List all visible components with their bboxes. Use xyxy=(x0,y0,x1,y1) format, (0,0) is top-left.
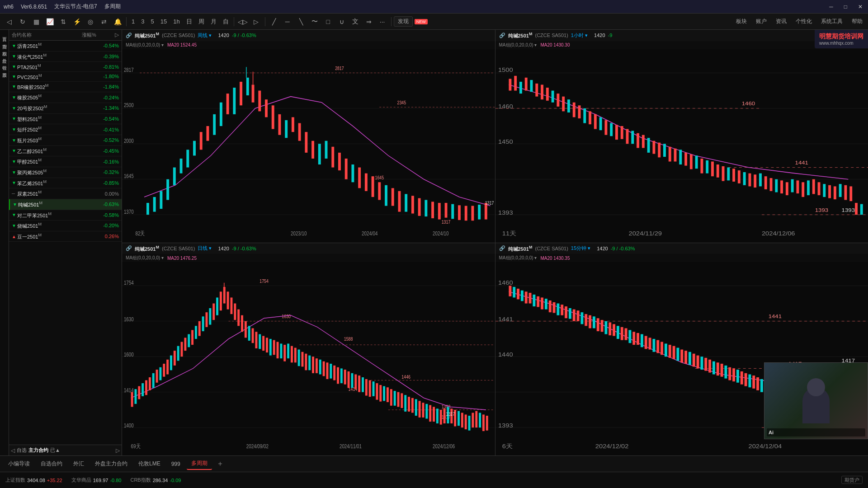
month-btn[interactable]: 月 xyxy=(208,17,219,27)
num1-btn[interactable]: 1 xyxy=(129,17,137,26)
list-item[interactable]: ▼ 塑料2501M -0.54% xyxy=(9,114,122,125)
list-item[interactable]: ▼ 聚丙烯2505M -0.32% xyxy=(9,167,122,178)
prev-btn[interactable]: ◁▷ xyxy=(236,15,249,28)
side-stock[interactable]: 股票 xyxy=(0,66,9,73)
list-item-active[interactable]: ▼ 纯碱2501M -0.63% xyxy=(9,199,122,210)
trade-btn[interactable]: ⇅ xyxy=(57,15,70,28)
chart-exchange: (CZCE SA501) xyxy=(535,33,568,38)
board-btn[interactable]: 板块 xyxy=(733,17,750,26)
back-btn[interactable]: ◁ xyxy=(3,15,15,28)
discover-btn[interactable]: 发现 xyxy=(394,16,413,27)
tab-zixuanheyue[interactable]: 自选合约 xyxy=(36,458,67,469)
list-item[interactable]: ▼ 对二甲苯2501M -0.58% xyxy=(9,210,122,221)
list-item[interactable]: ▼ PTA2501M -0.81% xyxy=(9,62,122,72)
auto-btn[interactable]: 自 xyxy=(220,17,231,27)
list-item[interactable]: ▼ 瓶片2503M -0.52% xyxy=(9,135,122,146)
personalize-btn[interactable]: 个性化 xyxy=(793,17,815,26)
arc-btn[interactable]: ∪ xyxy=(335,15,348,28)
wave-btn[interactable]: 〜 xyxy=(308,15,321,28)
side-overseas[interactable]: 外盘 xyxy=(0,52,9,59)
text-btn[interactable]: 文 xyxy=(349,15,362,28)
num3-btn[interactable]: 3 xyxy=(138,17,147,26)
day-btn[interactable]: 日 xyxy=(184,17,195,27)
minimize-btn[interactable]: ─ xyxy=(827,3,835,11)
chart-timeframe[interactable]: 日线 ▾ xyxy=(198,245,212,252)
list-item[interactable]: ▲ 豆一2501M 0.26% xyxy=(9,231,122,242)
svg-rect-138 xyxy=(764,176,767,189)
tab-waihui[interactable]: 外汇 xyxy=(69,458,89,469)
next-btn[interactable]: ▷ xyxy=(250,15,263,28)
svg-rect-256 xyxy=(390,389,392,406)
list-item[interactable]: ─ 尿素2501M 0.00% xyxy=(9,188,122,199)
sidebar-expand-icon[interactable]: ▷ xyxy=(115,32,119,38)
tab-xiaobiandaodu[interactable]: 小编导读 xyxy=(4,458,34,469)
tab-lmeLME[interactable]: 伦敦LME xyxy=(134,458,165,469)
line1-btn[interactable]: ╱ xyxy=(268,15,280,28)
num15-btn[interactable]: 15 xyxy=(158,17,170,26)
chart-timeframe[interactable]: 周线 ▾ xyxy=(198,32,212,39)
chart-daily[interactable]: 🔗 纯碱2501M (CZCE SA501) 日线 ▾ 1420 -9 / -0… xyxy=(122,243,495,456)
close-btn[interactable]: ✕ xyxy=(856,3,864,11)
line2-btn[interactable]: ─ xyxy=(281,15,294,28)
market-btn[interactable]: ▦ xyxy=(30,15,42,28)
alert-btn[interactable]: 🔔 xyxy=(111,15,124,28)
circle-btn[interactable]: ◎ xyxy=(84,15,97,28)
list-item[interactable]: ▼ 苯乙烯2501M -0.85% xyxy=(9,178,122,189)
week-btn[interactable]: 周 xyxy=(196,17,207,27)
list-item[interactable]: ▼ PVC2501M -1.80% xyxy=(9,72,122,82)
list-item[interactable]: ▼ 乙二醇2501M -0.45% xyxy=(9,146,122,157)
chart-15min[interactable]: 🔗 纯碱2501M (CZCE SA501) 15分钟 ▾ 1420 -9 / … xyxy=(495,243,868,456)
trade2-btn[interactable]: ⇄ xyxy=(98,15,110,28)
account-btn[interactable]: 期货户 xyxy=(841,476,863,484)
side-home[interactable]: 首页 xyxy=(0,30,9,37)
tab-duozhouqi[interactable]: 多周期 xyxy=(187,458,212,470)
system-btn[interactable]: 系统工具 xyxy=(818,17,845,26)
next-page-btn[interactable]: ▷ xyxy=(116,447,120,454)
arrow2-btn[interactable]: ⇒ xyxy=(363,15,375,28)
list-item[interactable]: ▼ 甲醇2501M -0.16% xyxy=(9,156,122,167)
list-item[interactable]: ▼ 烧碱2501M -0.20% xyxy=(9,221,122,231)
side-bank[interactable]: 银行 xyxy=(0,59,9,66)
tab-add-btn[interactable]: ＋ xyxy=(214,459,226,469)
chart-timeframe[interactable]: 1小时 ▾ xyxy=(571,32,588,39)
side-options[interactable]: 期权 xyxy=(0,44,9,52)
num5-btn[interactable]: 5 xyxy=(148,17,156,26)
list-item[interactable]: ▼ 沥青2501M -0.54% xyxy=(9,41,122,52)
chart-weekly[interactable]: 🔗 纯碱2501M (CZCE SA501) 周线 ▾ 1420 -9 / -0… xyxy=(122,30,495,243)
side-futures[interactable]: 期货 xyxy=(0,37,9,44)
item-change: -0.39% xyxy=(92,54,119,59)
svg-rect-131 xyxy=(727,167,730,180)
chart-btn[interactable]: 📈 xyxy=(43,15,56,28)
tab-999[interactable]: 999 xyxy=(167,459,185,469)
more-btn[interactable]: ··· xyxy=(376,15,389,28)
svg-text:2024/12/04: 2024/12/04 xyxy=(748,443,782,450)
svg-rect-190 xyxy=(159,367,161,380)
tab-waipanzhulijia[interactable]: 外盘主力合约 xyxy=(90,458,132,469)
account-btn[interactable]: 账户 xyxy=(753,17,769,26)
svg-text:1317: 1317 xyxy=(442,219,451,224)
watchlist-tab[interactable]: 自选 xyxy=(17,447,27,454)
svg-rect-119 xyxy=(663,144,666,157)
chart-timeframe[interactable]: 15分钟 ▾ xyxy=(571,245,590,252)
chart-1h[interactable]: 🔗 纯碱2501M (CZCE SA501) 1小时 ▾ 1420 -9 MA组… xyxy=(495,30,868,243)
svg-rect-213 xyxy=(237,310,240,326)
prev-page-btn[interactable]: ◁ xyxy=(11,447,15,454)
item-change: -0.45% xyxy=(92,148,119,154)
list-item[interactable]: ▼ 液化气2501M -0.39% xyxy=(9,52,122,62)
list-item[interactable]: ▼ 短纤2502M -0.41% xyxy=(9,124,122,135)
list-item[interactable]: ▼ 橡胶2505M -0.24% xyxy=(9,92,122,103)
list-item[interactable]: ▼ 20号胶2502M -1.34% xyxy=(9,103,122,114)
maximize-btn[interactable]: □ xyxy=(842,3,849,11)
news-btn[interactable]: 资讯 xyxy=(773,17,789,26)
line3-btn[interactable]: ╲ xyxy=(295,15,307,28)
analysis-btn[interactable]: ⚡ xyxy=(71,15,83,28)
rect-btn[interactable]: □ xyxy=(322,15,335,28)
num1h-btn[interactable]: 1h xyxy=(170,17,182,26)
contract-tab[interactable]: 已▲ xyxy=(50,447,60,454)
svg-rect-139 xyxy=(769,178,772,191)
list-item[interactable]: ▼ BR橡胶2502M -1.84% xyxy=(9,82,122,93)
help-btn[interactable]: 帮助 xyxy=(849,17,865,26)
main-contract-tab[interactable]: 主力合约 xyxy=(28,447,48,454)
svg-rect-42 xyxy=(305,132,307,153)
refresh-btn[interactable]: ↻ xyxy=(16,15,29,28)
